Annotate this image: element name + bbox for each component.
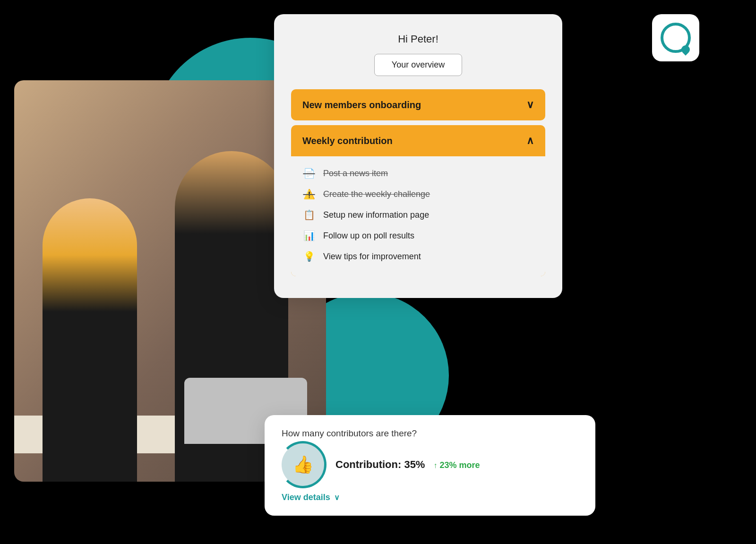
contribution-text: Contribution: 35% ↑ 23% more	[335, 459, 480, 471]
task-icon-0: 📄	[302, 168, 316, 179]
task-item-4[interactable]: 💡View tips for improvement	[302, 246, 534, 267]
person-1	[43, 198, 137, 482]
chevron-down-icon-details: ∨	[334, 493, 340, 502]
logo-circle	[661, 23, 691, 53]
view-details-label: View details	[282, 493, 330, 502]
task-list: 📄Post a news item⚠️Create the weekly cha…	[291, 156, 545, 276]
task-icon-1: ⚠️	[302, 188, 316, 200]
accordion-title-1: New members onboarding	[302, 100, 421, 110]
task-label-1: Create the weekly challenge	[323, 189, 430, 199]
arrow-up-icon: ↑	[434, 461, 438, 469]
contribution-percent-more: 23% more	[440, 460, 480, 470]
app-logo	[652, 14, 699, 61]
overview-button[interactable]: Your overview	[374, 54, 462, 76]
task-label-3: Follow up on poll results	[323, 231, 414, 241]
task-label-4: View tips for improvement	[323, 252, 421, 262]
accordion-header-2[interactable]: Weekly contribution ∧	[291, 125, 545, 156]
task-item-0[interactable]: 📄Post a news item	[302, 163, 534, 184]
main-panel: Hi Peter! Your overview New members onbo…	[274, 14, 562, 298]
accordion-section-2: Weekly contribution ∧ 📄Post a news item⚠…	[291, 125, 545, 276]
contribution-label: Contribution: 35%	[335, 459, 425, 470]
greeting-text: Hi Peter!	[291, 33, 545, 45]
accordion-title-2: Weekly contribution	[302, 136, 393, 146]
task-label-0: Post a news item	[323, 169, 388, 178]
accordion-header-1[interactable]: New members onboarding ∨	[291, 89, 545, 120]
logo-tail	[679, 43, 691, 55]
task-label-2: Setup new information page	[323, 210, 429, 220]
contribution-more: ↑ 23% more	[434, 460, 480, 470]
chevron-up-icon-2: ∧	[526, 135, 534, 147]
contribution-percent: Contribution: 35% ↑ 23% more	[335, 459, 480, 471]
view-details-button[interactable]: View details ∨	[282, 493, 578, 502]
thumbs-up-circle: 👍	[282, 443, 324, 486]
chevron-down-icon-1: ∨	[526, 99, 534, 111]
task-icon-2: 📋	[302, 209, 316, 221]
contribution-header: How many contributors are there?	[282, 428, 578, 439]
contribution-card: How many contributors are there? 👍 Contr…	[265, 415, 595, 516]
contribution-main: 👍 Contribution: 35% ↑ 23% more	[282, 443, 578, 486]
task-item-3[interactable]: 📊Follow up on poll results	[302, 225, 534, 246]
task-item-1[interactable]: ⚠️Create the weekly challenge	[302, 184, 534, 204]
thumbs-up-icon: 👍	[292, 455, 314, 475]
accordion-section-1: New members onboarding ∨	[291, 89, 545, 120]
task-icon-3: 📊	[302, 230, 316, 241]
task-icon-4: 💡	[302, 251, 316, 262]
task-item-2[interactable]: 📋Setup new information page	[302, 204, 534, 225]
